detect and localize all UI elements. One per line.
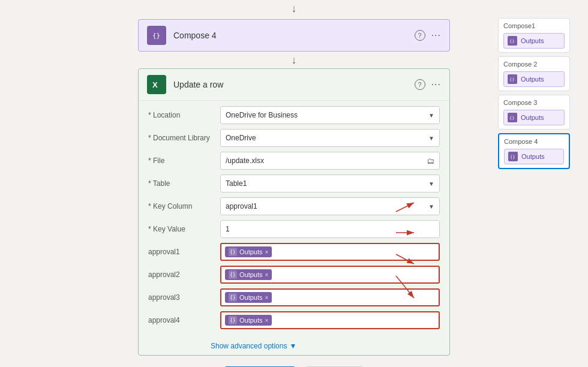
svg-text:{}: {} [230,249,236,255]
approval4-row: approval4 {} Outputs × [148,311,440,330]
approval2-row: approval2 {} Outputs × [148,265,440,284]
approval4-token: {} Outputs × [225,315,272,326]
svg-text:X: X [152,80,158,89]
compose4-icon: {} [147,26,166,45]
approval3-input[interactable]: {} Outputs × [220,288,440,306]
compose1-panel-title: Compose1 [503,22,565,29]
key-column-label: * Key Column [148,202,220,210]
doc-library-dropdown[interactable]: OneDrive ▼ [220,129,440,147]
approval1-token: {} Outputs × [225,246,272,257]
compose4-help-icon[interactable]: ? [415,30,425,41]
approval4-chip-icon: {} [229,316,237,324]
update-row-more-icon[interactable]: ··· [431,79,441,90]
compose4-panel: Compose 4 {} Outputs [498,133,570,169]
compose3-mini-icon: {} [508,113,517,122]
location-label: * Location [148,111,220,119]
key-column-row: * Key Column approval1 ▼ [148,197,440,216]
approval1-label: approval1 [148,248,220,256]
table-dropdown[interactable]: Table1 ▼ [220,175,440,192]
approval2-token-label: Outputs [239,271,263,278]
approval1-row: approval1 {} Outputs × [148,242,440,261]
compose4-output-chip[interactable]: {} Outputs [504,149,564,164]
compose2-mini-icon: {} [508,74,517,84]
key-value-input[interactable]: 1 [220,220,440,238]
doc-library-chevron-icon: ▼ [428,135,434,142]
update-row-actions: ? ··· [415,79,441,90]
approval4-input[interactable]: {} Outputs × [220,311,440,329]
compose1-mini-icon: {} [508,36,517,46]
approval4-token-label: Outputs [239,317,263,324]
doc-library-label: * Document Library [148,134,220,142]
approval2-token: {} Outputs × [225,269,272,280]
svg-text:{}: {} [230,318,236,323]
show-advanced-label: Show advanced options [211,342,287,350]
doc-library-row: * Document Library OneDrive ▼ [148,128,440,148]
show-advanced-chevron-icon: ▼ [289,342,296,350]
file-label: * File [148,157,220,165]
compose2-panel-title: Compose 2 [503,61,565,68]
compose2-panel: Compose 2 {} Outputs [498,56,570,91]
update-row-title: Update a row [173,80,415,89]
approval3-token: {} Outputs × [225,292,272,303]
key-value-label: * Key Value [148,225,220,233]
key-column-chevron-icon: ▼ [428,203,434,210]
compose1-panel: Compose1 {} Outputs [498,18,570,53]
approval2-input[interactable]: {} Outputs × [220,266,440,284]
approval1-token-label: Outputs [239,248,263,255]
approval2-token-close[interactable]: × [265,272,269,278]
approval4-label: approval4 [148,316,220,324]
compose4-output-label: Outputs [521,153,545,160]
update-row-block: X Update a row ? ··· * Location OneDrive… [138,68,450,356]
location-chevron-icon: ▼ [428,112,434,119]
compose4-actions: ? ··· [415,30,441,41]
update-row-header: X Update a row ? ··· [139,69,449,101]
show-advanced-options[interactable]: Show advanced options ▼ [139,338,449,355]
compose2-output-label: Outputs [521,76,544,83]
compose4-panel-title: Compose 4 [504,138,564,145]
approval1-input[interactable]: {} Outputs × [220,243,440,261]
compose-panels: Compose1 {} Outputs Compose 2 {} Outputs… [498,18,570,169]
compose4-more-icon[interactable]: ··· [431,30,441,41]
key-value-row: * Key Value 1 [148,219,440,239]
svg-text:{}: {} [152,32,160,40]
table-row: * Table Table1 ▼ [148,174,440,193]
svg-text:{}: {} [230,295,236,300]
update-row-help-icon[interactable]: ? [415,79,425,90]
file-input[interactable]: /update.xlsx 🗂 [220,152,440,170]
key-column-dropdown[interactable]: approval1 ▼ [220,197,440,215]
compose4-title: Compose 4 [173,31,415,40]
approval4-token-close[interactable]: × [265,317,269,324]
compose4-block: {} Compose 4 ? ··· [138,19,450,52]
location-row: * Location OneDrive for Business ▼ [148,106,440,125]
approval1-token-close[interactable]: × [265,249,269,255]
compose3-output-chip[interactable]: {} Outputs [503,110,565,125]
compose3-panel: Compose 3 {} Outputs [498,95,570,130]
approval3-label: approval3 [148,293,220,302]
compose3-panel-title: Compose 3 [503,99,565,106]
approval2-chip-icon: {} [229,270,237,279]
update-row-form: * Location OneDrive for Business ▼ * Doc… [139,101,449,338]
approval3-chip-icon: {} [229,293,237,302]
compose1-output-chip[interactable]: {} Outputs [503,33,565,49]
svg-text:{}: {} [230,272,236,278]
compose1-output-label: Outputs [521,37,544,44]
table-chevron-icon: ▼ [428,181,434,187]
compose4-mini-icon: {} [508,152,518,161]
canvas: ↓ {} Compose 4 ? ··· ↓ X Update a row [0,0,588,367]
file-folder-icon: 🗂 [427,157,434,166]
file-row: * File /update.xlsx 🗂 [148,151,440,170]
table-label: * Table [148,179,220,188]
svg-text:{}: {} [509,77,514,82]
svg-text:{}: {} [509,116,514,121]
approval1-chip-icon: {} [229,248,237,256]
approval3-token-label: Outputs [239,294,263,301]
location-dropdown[interactable]: OneDrive for Business ▼ [220,106,440,124]
top-arrow: ↓ [0,0,588,17]
excel-icon: X [147,75,166,94]
compose2-output-chip[interactable]: {} Outputs [503,71,565,87]
approval2-label: approval2 [148,270,220,279]
svg-text:{}: {} [509,39,514,44]
compose3-output-label: Outputs [521,114,544,121]
approval3-token-close[interactable]: × [265,294,269,301]
approval3-row: approval3 {} Outputs × [148,288,440,307]
